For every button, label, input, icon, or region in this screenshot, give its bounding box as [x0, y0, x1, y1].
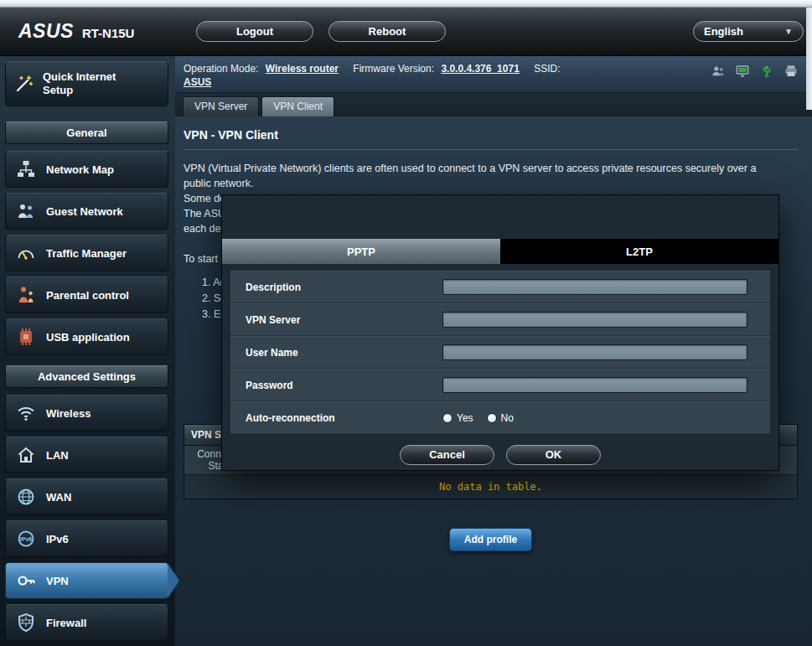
- language-dropdown[interactable]: English ▼: [693, 21, 804, 42]
- sidebar: Quick Internet Setup General Network Map…: [0, 56, 175, 646]
- tab-pptp[interactable]: PPTP: [222, 239, 500, 264]
- brand-logo: ASUS RT-N15U: [18, 20, 196, 43]
- sidebar-item-wireless[interactable]: Wireless: [5, 395, 168, 432]
- sidebar-item-label: Traffic Manager: [46, 247, 127, 260]
- network-map-icon: [16, 159, 36, 179]
- reboot-button[interactable]: Reboot: [328, 21, 446, 42]
- no-option-label: No: [501, 412, 514, 424]
- sidebar-item-label: USB application: [46, 331, 130, 344]
- sidebar-item-traffic-manager[interactable]: Traffic Manager: [5, 235, 168, 271]
- sidebar-item-lan[interactable]: LAN: [5, 437, 168, 473]
- sidebar-item-guest-network[interactable]: Guest Network: [5, 193, 168, 230]
- sidebar-item-label: Firewall: [46, 617, 86, 629]
- yes-option-label: Yes: [457, 412, 473, 424]
- guest-network-icon: [16, 201, 36, 221]
- printer-icon[interactable]: [784, 64, 799, 79]
- ssid-value[interactable]: ASUS: [184, 76, 211, 88]
- sidebar-item-ipv6[interactable]: IPv6 IPv6: [5, 520, 168, 557]
- sidebar-item-usb-application[interactable]: USB application: [5, 318, 168, 355]
- intro-line: public network.: [184, 176, 798, 191]
- tab-l2tp[interactable]: L2TP: [500, 239, 778, 264]
- wireless-icon: [16, 403, 36, 423]
- network-status-icon[interactable]: [735, 64, 750, 79]
- ipv6-icon: IPv6: [16, 529, 36, 549]
- operation-mode-value[interactable]: Wireless router: [266, 63, 339, 75]
- password-input[interactable]: [442, 377, 747, 393]
- operation-mode-label: Operation Mode:: [184, 63, 258, 75]
- sidebar-item-label: VPN: [46, 575, 69, 587]
- add-profile-button[interactable]: Add profile: [449, 528, 532, 551]
- logout-button[interactable]: Logout: [196, 21, 313, 42]
- usb-icon[interactable]: [759, 64, 774, 79]
- form-row: Password: [230, 369, 770, 401]
- tab-vpn-client[interactable]: VPN Client: [261, 96, 334, 116]
- router-model: RT-N15U: [82, 26, 135, 40]
- dialog-form: Description VPN Server User Name Passwor…: [222, 264, 778, 465]
- firewall-icon: [16, 612, 36, 633]
- asus-logo: ASUS: [18, 20, 74, 43]
- sidebar-item-label: WAN: [46, 491, 71, 504]
- sidebar-item-wan[interactable]: WAN: [5, 478, 168, 515]
- page-tabs: VPN Server VPN Client: [175, 93, 812, 116]
- page-title: VPN - VPN Client: [184, 128, 798, 142]
- sidebar-section-general: General: [5, 121, 168, 144]
- user-name-input[interactable]: [442, 344, 747, 360]
- auto-reconnect-yes-option[interactable]: Yes: [442, 412, 473, 424]
- sidebar-item-label: Network Map: [46, 163, 114, 176]
- auto-reconnect-no-option[interactable]: No: [487, 412, 514, 424]
- cancel-button[interactable]: Cancel: [400, 445, 494, 465]
- title-divider: [184, 149, 798, 150]
- router-admin-page: ASUS RT-N15U Logout Reboot English ▼ Qui…: [0, 0, 812, 646]
- chevron-down-icon: ▼: [784, 22, 793, 41]
- sidebar-item-parental-control[interactable]: Parental control: [5, 276, 168, 313]
- status-infobar: Operation Mode: Wireless router Firmware…: [175, 56, 812, 93]
- tab-vpn-server[interactable]: VPN Server: [183, 96, 259, 116]
- ok-button[interactable]: OK: [506, 445, 601, 465]
- parental-control-icon: [16, 285, 36, 305]
- user-name-label: User Name: [230, 347, 442, 359]
- form-row: VPN Server: [230, 303, 770, 336]
- empty-table-message: No data in table.: [184, 475, 797, 499]
- clients-icon[interactable]: [711, 64, 726, 79]
- sidebar-item-firewall[interactable]: Firewall: [5, 604, 168, 641]
- sidebar-item-network-map[interactable]: Network Map: [5, 151, 168, 188]
- firmware-value[interactable]: 3.0.0.4.376_1071: [441, 63, 519, 75]
- description-label: Description: [230, 282, 442, 293]
- quick-setup-icon: [14, 74, 34, 94]
- window-top-edge: [0, 0, 812, 8]
- sidebar-section-advanced: Advanced Settings: [5, 365, 168, 388]
- usb-application-icon: [16, 327, 36, 347]
- description-input[interactable]: [442, 279, 747, 295]
- auto-reconnection-label: Auto-reconnection: [230, 412, 442, 424]
- form-row: Auto-reconnection Yes No: [230, 401, 770, 434]
- vpn-icon: [16, 571, 36, 591]
- quick-setup-label: Quick Internet Setup: [43, 70, 137, 97]
- firmware-label: Firmware Version:: [353, 63, 434, 75]
- traffic-manager-icon: [16, 243, 36, 263]
- sidebar-item-vpn[interactable]: VPN: [5, 562, 168, 599]
- form-row: Description: [230, 271, 770, 303]
- dialog-tabs: PPTP L2TP: [222, 239, 778, 264]
- no-radio[interactable]: [487, 413, 497, 423]
- dialog-actions: Cancel OK: [230, 434, 770, 465]
- form-row: User Name: [230, 336, 770, 369]
- dialog-top-area: [222, 195, 778, 239]
- vpn-profile-dialog: PPTP L2TP Description VPN Server User Na…: [221, 194, 779, 471]
- language-label: English: [704, 22, 743, 41]
- sidebar-item-quick-internet-setup[interactable]: Quick Internet Setup: [5, 61, 168, 106]
- sidebar-item-label: Wireless: [46, 407, 91, 420]
- vpn-server-label: VPN Server: [230, 314, 442, 326]
- wan-icon: [16, 487, 36, 507]
- vpn-server-input[interactable]: [442, 312, 747, 328]
- sidebar-item-label: Parental control: [46, 289, 129, 302]
- header-bar: ASUS RT-N15U Logout Reboot English ▼: [0, 8, 812, 56]
- password-label: Password: [230, 380, 442, 391]
- ssid-label: SSID:: [534, 63, 560, 75]
- window-right-edge: [806, 8, 812, 110]
- svg-text:IPv6: IPv6: [20, 536, 33, 542]
- sidebar-item-label: LAN: [46, 449, 69, 462]
- intro-line: VPN (Virtual Private Network) clients ar…: [184, 161, 798, 176]
- status-icons: [711, 64, 799, 79]
- yes-radio[interactable]: [442, 413, 453, 423]
- lan-icon: [16, 445, 36, 465]
